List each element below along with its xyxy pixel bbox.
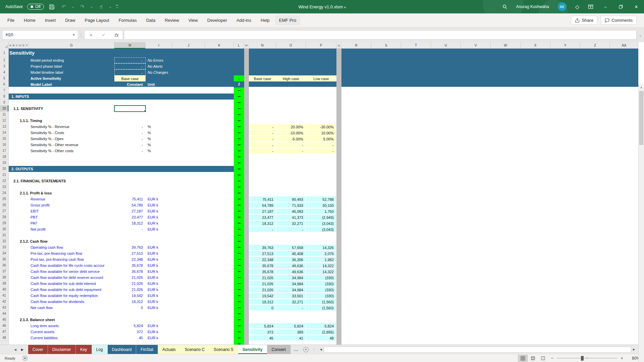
col-header-N[interactable]: N [249,42,276,49]
scroll-left-icon[interactable]: ◀ [318,348,324,351]
row-header-27[interactable]: 27 [0,208,8,214]
col-header-AA[interactable]: AA [610,42,638,49]
active-cell-selection[interactable] [114,105,146,112]
more-sheets-button[interactable]: ... [290,345,302,354]
row-header-24[interactable]: 24 [0,190,8,196]
high-case-cell[interactable]: 34,984 [276,275,306,281]
base-case-cell[interactable]: 27,187 [249,208,276,214]
col-header-V[interactable]: V [461,42,491,49]
row-header-40[interactable]: 40 [0,287,8,293]
save-button[interactable] [48,3,56,11]
low-case-cell[interactable]: (330) [306,281,336,287]
base-case-cell[interactable]: 35,678 [249,262,276,268]
ribbon-tab-emf-pro[interactable]: EMF Pro [275,15,300,25]
low-case-cell[interactable]: 5.00% [306,136,336,142]
restore-button[interactable] [613,0,629,13]
constant-cell[interactable]: 35,678 [114,262,146,268]
ribbon-tab-insert[interactable]: Insert [41,15,60,25]
horizontal-scrollbar-track[interactable] [324,347,631,353]
row-header-15[interactable]: 15 [0,136,8,142]
low-case-cell[interactable]: -30.00% [306,124,336,130]
base-case-cell[interactable]: 21,026 [249,275,276,281]
base-case-cell[interactable]: 54,789 [249,202,276,208]
row-header-6[interactable]: 6 [0,81,8,87]
document-title[interactable]: Wind Energy v1.0.xlsm [298,4,343,9]
col-header-K[interactable]: K [205,42,234,49]
row-header-23[interactable]: 23 [0,184,8,190]
base-case-header[interactable]: Base case [249,75,276,81]
row-header-2[interactable]: 2 [0,57,8,63]
base-case-cell[interactable]: 19,542 [249,293,276,299]
base-case-cell[interactable]: 35,678 [249,268,276,275]
base-case-cell[interactable]: - [249,148,276,154]
base-case-cell[interactable]: 18,312 [249,220,276,226]
cancel-icon[interactable]: ✕ [85,33,97,38]
ribbon-tab-draw[interactable]: Draw [61,15,79,25]
constant-cell[interactable]: - [114,136,146,142]
touch-mouse-mode-icon[interactable]: ☝ [97,3,105,11]
high-case-cell[interactable]: 41,373 [276,214,306,220]
low-case-cell[interactable]: 1,750 [306,208,336,214]
low-case-cell[interactable]: 5,824 [306,323,336,329]
low-case-header[interactable]: Low case [306,75,336,81]
field-value-cell[interactable]: - [114,69,146,75]
row-header-21[interactable]: 21 [0,172,8,178]
horizontal-scrollbar[interactable]: ◀ ▶ [318,346,637,353]
insert-function-icon[interactable]: fx [110,33,123,38]
constant-cell[interactable]: - [114,130,146,136]
base-case-cell[interactable]: 18,312 [249,299,276,305]
constant-cell[interactable]: 21,026 [114,281,146,287]
col-header-X[interactable]: X [521,42,550,49]
row-header-34[interactable]: 34 [0,250,8,256]
constant-cell[interactable]: 19,542 [114,293,146,299]
low-case-cell[interactable]: (330) [306,275,336,281]
row-header-4[interactable]: 4 [0,69,8,75]
avatar[interactable]: AK [553,0,571,13]
row-header-46[interactable]: 46 [0,323,8,329]
col-header-I[interactable]: I [146,42,172,49]
high-case-cell[interactable]: 57,658 [276,244,306,250]
name-box[interactable]: H10 ▼ [2,30,78,40]
base-case-cell[interactable]: - [249,130,276,136]
row-header-13[interactable]: 13 [0,124,8,130]
high-case-cell[interactable]: - [276,226,306,232]
comments-button[interactable]: Comments [601,16,637,25]
constant-cell[interactable]: 21,026 [114,275,146,281]
low-case-cell[interactable]: (2,895) [306,329,336,335]
sheet-tab-scenario-c[interactable]: Scenario C [180,345,209,354]
flag-cell[interactable]: - [234,75,244,81]
col-header-Y[interactable]: Y [550,42,580,49]
sheet-tab-log[interactable]: Log [92,345,108,354]
base-case-cell[interactable]: 21,026 [249,281,276,287]
row-header-17[interactable]: 17 [0,148,8,154]
col-header-L[interactable]: L [234,42,244,49]
base-case-cell[interactable]: 5,824 [249,323,276,329]
row-header-20[interactable]: 20 [0,166,8,172]
high-case-cell[interactable]: - [276,142,306,148]
row-header-16[interactable]: 16 [0,142,8,148]
low-case-cell[interactable]: 30,103 [306,202,336,208]
spacer-column-m[interactable] [244,49,249,345]
vertical-scrollbar-thumb[interactable] [639,91,643,145]
constant-cell[interactable]: 54,789 [114,202,146,208]
col-header-Q[interactable]: Q [336,42,341,49]
base-case-cell[interactable]: - [249,124,276,130]
low-case-cell[interactable]: 14,322 [306,268,336,275]
ribbon-tab-data[interactable]: Data [142,15,159,25]
low-case-cell[interactable]: 52,788 [306,196,336,202]
base-case-cell[interactable]: 75,411 [249,196,276,202]
ribbon-tab-developer[interactable]: Developer [203,15,231,25]
ribbon-tab-formulas[interactable]: Formulas [115,15,141,25]
sheet-tab-actuals[interactable]: Actuals [158,345,180,354]
ribbon-tab-view[interactable]: View [184,15,202,25]
col-header-Z[interactable]: Z [580,42,610,49]
sheet-tab-key[interactable]: Key [76,345,92,354]
constant-cell[interactable]: 18,312 [114,220,146,226]
ribbon-display-options-icon[interactable] [584,0,598,13]
constant-cell[interactable]: 18,312 [114,299,146,305]
ribbon-tab-add-ins[interactable]: Add-ins [232,15,255,25]
low-case-cell[interactable]: (3,043) [306,226,336,232]
high-case-header[interactable]: High case [276,75,306,81]
constant-cell[interactable]: - [114,226,146,232]
constant-cell[interactable]: 35,678 [114,268,146,275]
